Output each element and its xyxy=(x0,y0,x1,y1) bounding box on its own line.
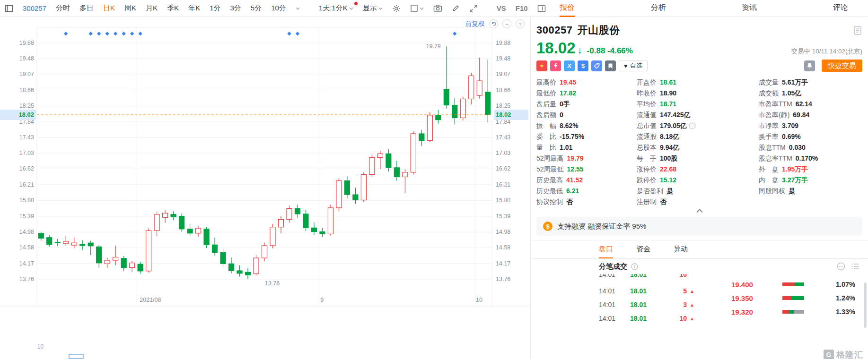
tab-资讯[interactable]: 资讯 xyxy=(742,0,757,17)
f10-button[interactable]: F10 xyxy=(516,4,528,12)
period-tab-分时[interactable]: 分时 xyxy=(56,4,70,13)
svg-text:18.02: 18.02 xyxy=(496,111,511,118)
tick-trade-list[interactable]: G 格隆汇 14:0118.011014:0118.015▲14:0118.01… xyxy=(531,274,868,359)
stat-value: 3.27万手 xyxy=(782,175,808,186)
add-favorite-button[interactable]: ♥ 自选 xyxy=(619,60,648,71)
display-menu[interactable]: 显示 xyxy=(363,4,383,13)
svg-text:19.07: 19.07 xyxy=(19,71,34,77)
price-level-row[interactable]: 19.3501.24% xyxy=(731,293,855,303)
interval-selector[interactable]: 1天:1分K xyxy=(319,4,353,13)
subtab-盘口[interactable]: 盘口 xyxy=(599,240,613,258)
buy-arrow-icon: ▲ xyxy=(690,316,694,321)
svg-text:19.88: 19.88 xyxy=(496,40,510,46)
document-icon[interactable] xyxy=(854,26,861,35)
stat-value: 100股 xyxy=(660,153,677,164)
stat-cell: 是否盈利是 xyxy=(637,186,759,197)
candlestick-chart[interactable]: 前复权 − + 19.8819.8819.4819.4819.0719.0718… xyxy=(0,17,530,359)
tick-row[interactable]: 14:0118.013▲ xyxy=(599,300,694,309)
stat-label: 市净率 xyxy=(759,120,779,131)
chart-style-selector[interactable] xyxy=(410,4,424,12)
period-tab-年K[interactable]: 年K xyxy=(188,4,200,13)
list-view-icon[interactable] xyxy=(851,263,859,270)
tick-lots: 5 xyxy=(673,287,687,295)
buy-sell-bar xyxy=(782,282,804,286)
svg-text:18.02: 18.02 xyxy=(18,111,34,118)
collapse-chevron-up-icon[interactable] xyxy=(536,209,862,214)
vs-compare-button[interactable]: VS xyxy=(497,4,506,12)
financing-text: 支持融资 融资保证金率 95% xyxy=(557,222,646,231)
camera-icon[interactable] xyxy=(433,4,442,12)
period-tab-周K[interactable]: 周K xyxy=(124,4,136,13)
watermark-logo: G xyxy=(824,350,834,359)
stat-label: 最高价 xyxy=(536,77,556,88)
quick-trade-button[interactable]: 快捷交易 xyxy=(822,60,862,72)
chart-toolbar: 300257 分时多日日K周K月K季K年K1分3分5分10分 1天:1分K 显示 xyxy=(0,0,540,17)
financing-banner[interactable]: $ 支持融资 融资保证金率 95% xyxy=(536,217,862,236)
period-tab-3分[interactable]: 3分 xyxy=(230,4,241,13)
period-tab-季K[interactable]: 季K xyxy=(167,4,179,13)
stat-label: 委 比 xyxy=(536,131,556,142)
fullscreen-expand-icon[interactable] xyxy=(469,4,478,13)
more-ellipsis-icon[interactable] xyxy=(837,262,845,271)
svg-text:14.17: 14.17 xyxy=(19,260,34,267)
stat-label: 52周最高 xyxy=(536,153,564,164)
zoom-in-icon[interactable]: + xyxy=(516,19,525,28)
svg-text:15.39: 15.39 xyxy=(19,213,34,220)
undo-icon[interactable] xyxy=(489,19,498,28)
heart-icon: ♥ xyxy=(624,62,628,69)
period-tab-1分[interactable]: 1分 xyxy=(210,4,220,13)
tab-评论[interactable]: 评论 xyxy=(833,0,848,17)
candlestick-svg[interactable]: 19.8819.8819.4819.4819.0719.0718.6618.66… xyxy=(0,17,530,359)
bell-icon[interactable] xyxy=(804,60,815,71)
ellipsis-icon[interactable] xyxy=(687,122,696,129)
stat-label: 成交量 xyxy=(759,77,779,88)
period-tab-多日[interactable]: 多日 xyxy=(79,4,94,13)
gear-icon[interactable] xyxy=(392,4,401,13)
tab-报价[interactable]: 报价 xyxy=(560,0,575,17)
period-tab-日K[interactable]: 日K xyxy=(103,4,115,13)
period-tab-5分[interactable]: 5分 xyxy=(251,4,262,13)
svg-text:17.03: 17.03 xyxy=(19,150,34,156)
stat-value: 是 xyxy=(789,186,795,197)
stat-value: 0手 xyxy=(560,99,570,110)
window-layout-icon[interactable] xyxy=(5,4,13,13)
stat-label: 平均价 xyxy=(637,99,657,110)
stat-cell: 盘后额0 xyxy=(536,110,637,120)
tick-row[interactable]: 14:0118.015▲ xyxy=(599,286,694,296)
price-level-row[interactable]: 19.4001.07% xyxy=(731,280,855,289)
panel-sub-tabs: 盘口资金异动 xyxy=(536,240,862,258)
stat-label: 市盈率(静) xyxy=(759,110,789,120)
period-tab-10分[interactable]: 10分 xyxy=(271,4,286,13)
stat-label: 跌停价 xyxy=(637,175,657,186)
stat-label: 最低价 xyxy=(536,88,556,99)
price-level-row[interactable]: 19.3201.33% xyxy=(731,307,855,316)
svg-text:16.62: 16.62 xyxy=(496,165,510,172)
stat-value: 否 xyxy=(566,197,573,207)
subtab-异动[interactable]: 异动 xyxy=(674,240,688,258)
stat-cell: 股息TTM0.030 xyxy=(759,142,862,153)
pencil-icon[interactable] xyxy=(452,4,460,12)
svg-text:14.58: 14.58 xyxy=(19,244,34,251)
bar-segment xyxy=(782,296,791,300)
tick-price: 18.01 xyxy=(630,315,661,322)
adjust-mode-link[interactable]: 前复权 xyxy=(465,20,485,28)
zoom-out-icon[interactable]: − xyxy=(502,19,511,28)
stat-cell: 平均价18.71 xyxy=(637,99,759,110)
tick-row[interactable]: 14:0118.0110 xyxy=(599,274,687,279)
toolbar-stock-code[interactable]: 300257 xyxy=(23,4,46,12)
info-icon[interactable] xyxy=(631,263,638,270)
stat-cell: 委 比-15.75% xyxy=(536,131,637,142)
stat-value: 1.01 xyxy=(560,142,572,153)
svg-text:19.79: 19.79 xyxy=(426,43,441,50)
current-price: 18.02 xyxy=(536,39,576,57)
svg-text:19.88: 19.88 xyxy=(19,40,34,46)
tick-row[interactable]: 14:0118.0110▲ xyxy=(599,314,694,323)
scrollbar-thumb[interactable] xyxy=(864,282,867,328)
period-more-chevron-down-icon[interactable] xyxy=(296,7,300,10)
stat-cell: 跌停价15.12 xyxy=(637,175,759,186)
chart-adjust-controls: 前复权 − + xyxy=(465,19,525,28)
tab-分析[interactable]: 分析 xyxy=(651,0,666,17)
subtab-资金[interactable]: 资金 xyxy=(636,240,650,258)
interval-label: 1天:1分K xyxy=(319,4,348,13)
period-tab-月K[interactable]: 月K xyxy=(146,4,158,13)
